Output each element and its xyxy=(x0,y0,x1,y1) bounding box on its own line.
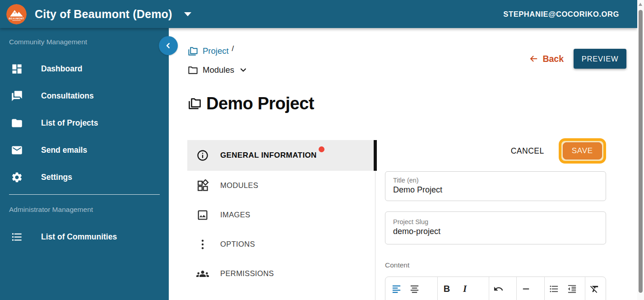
gear-icon xyxy=(11,171,23,183)
community-logo: BEAUMONT xyxy=(6,4,27,24)
align-center-button[interactable] xyxy=(405,281,423,296)
bulleted-list-icon xyxy=(11,231,23,243)
consultations-chat-icon xyxy=(11,90,23,102)
bold-button[interactable]: B xyxy=(438,281,456,296)
arrow-left-icon xyxy=(528,54,538,64)
community-switcher-caret-icon[interactable] xyxy=(184,12,191,16)
back-button-label: Back xyxy=(542,54,564,64)
image-icon xyxy=(196,209,209,221)
indent-decrease-button[interactable] xyxy=(563,281,581,296)
breadcrumb-parent-label: Project xyxy=(203,46,229,56)
sidebar-collapse-button[interactable] xyxy=(159,36,178,55)
clear-formatting-button[interactable] xyxy=(585,281,603,296)
sidebar-item-send-emails[interactable]: Send emails xyxy=(0,136,169,164)
notification-dot xyxy=(319,146,324,152)
sidebar-item-label: Consultations xyxy=(41,91,94,101)
breadcrumb-modules-dropdown[interactable]: Modules xyxy=(187,63,248,77)
bold-icon: B xyxy=(444,284,450,294)
page-title: Demo Project xyxy=(187,94,314,113)
top-actions: Back PREVIEW xyxy=(528,49,626,69)
preview-button[interactable]: PREVIEW xyxy=(574,49,626,69)
app-window: BEAUMONT City of Beaumont (Demo) STEPHAN… xyxy=(0,0,644,300)
logo-text: BEAUMONT xyxy=(9,17,24,19)
tab-permissions[interactable]: PERMISSIONS xyxy=(187,259,375,288)
vertical-scrollbar[interactable] xyxy=(637,0,644,300)
tab-label: MODULES xyxy=(220,181,258,190)
breadcrumb-current-label: Modules xyxy=(203,65,234,75)
sidebar-item-label: Send emails xyxy=(41,145,87,155)
horizontal-rule-icon xyxy=(521,284,531,294)
sidebar-item-list-of-projects[interactable]: List of Projects xyxy=(0,109,169,136)
sidebar-item-label: List of Projects xyxy=(41,118,98,128)
align-left-button[interactable] xyxy=(387,281,405,296)
people-group-icon xyxy=(196,267,209,280)
sidebar-item-label: List of Communities xyxy=(41,232,117,242)
sidebar-item-label: Dashboard xyxy=(41,64,82,74)
sidebar-section-community-management: Community Management xyxy=(9,38,169,46)
tab-general-information[interactable]: GENERAL INFORMATION xyxy=(187,140,375,171)
breadcrumb-project-link[interactable]: Project / xyxy=(187,44,248,58)
sidebar-item-settings[interactable]: Settings xyxy=(0,164,169,191)
chevron-left-icon xyxy=(164,41,173,50)
horizontal-rule-button[interactable] xyxy=(517,281,535,296)
clear-formatting-icon xyxy=(589,284,600,294)
back-button[interactable]: Back xyxy=(528,54,564,64)
sidebar-item-consultations[interactable]: Consultations xyxy=(0,82,169,109)
tab-images[interactable]: IMAGES xyxy=(187,200,375,230)
italic-icon: I xyxy=(463,283,467,295)
sidebar-item-list-of-communities[interactable]: List of Communities xyxy=(0,223,169,250)
project-slug-field: Project Slug xyxy=(385,211,606,244)
sidebar-section-administrator-management: Administrator Management xyxy=(9,206,169,214)
folder-icon xyxy=(11,117,23,129)
widgets-icon xyxy=(196,179,209,192)
info-icon xyxy=(196,149,209,162)
cancel-button[interactable]: CANCEL xyxy=(511,146,544,156)
field-label: Title (en) xyxy=(393,177,598,184)
tab-label: PERMISSIONS xyxy=(220,269,274,278)
tab-options[interactable]: OPTIONS xyxy=(187,230,375,259)
save-button[interactable]: SAVE xyxy=(563,142,602,159)
align-center-icon xyxy=(409,284,420,294)
form-actions: CANCEL SAVE xyxy=(385,137,606,165)
tab-label: OPTIONS xyxy=(220,240,255,248)
settings-tab-list: GENERAL INFORMATION MODULES xyxy=(187,140,375,300)
tab-label: IMAGES xyxy=(220,211,250,219)
breadcrumb-separator: / xyxy=(232,44,234,53)
scrollbar-thumb[interactable] xyxy=(639,10,643,293)
main-content: Project / Modules xyxy=(169,28,637,300)
dashboard-icon xyxy=(11,63,23,75)
sidebar-divider xyxy=(9,194,160,195)
breadcrumb: Project / Modules xyxy=(187,44,248,82)
save-button-highlight-ring: SAVE xyxy=(559,138,606,164)
sidebar: Community Management Dashboard Consultat… xyxy=(0,28,169,300)
sidebar-item-dashboard[interactable]: Dashboard xyxy=(0,55,169,82)
kebab-dots-icon xyxy=(196,238,209,251)
community-name[interactable]: City of Beaumont (Demo) xyxy=(35,8,172,21)
italic-button[interactable]: I xyxy=(456,281,474,296)
field-label: Project Slug xyxy=(393,218,598,225)
project-slug-input[interactable] xyxy=(393,227,598,236)
tab-modules[interactable]: MODULES xyxy=(187,171,375,200)
scrollbar-up-arrow-icon[interactable] xyxy=(639,3,642,6)
title-field: Title (en) xyxy=(385,171,606,201)
folder-copy-icon xyxy=(187,96,202,111)
bullet-list-button[interactable] xyxy=(545,281,563,296)
page-title-text: Demo Project xyxy=(206,94,314,113)
folder-copy-icon xyxy=(187,46,199,57)
bullet-list-icon xyxy=(549,284,559,294)
chevron-down-icon xyxy=(239,66,248,75)
envelope-icon xyxy=(11,144,23,156)
rich-text-toolbar: B I xyxy=(385,277,606,300)
tab-label: GENERAL INFORMATION xyxy=(220,151,317,160)
undo-button[interactable] xyxy=(489,281,507,296)
sidebar-item-label: Settings xyxy=(41,173,72,182)
folder-outline-icon xyxy=(187,65,199,76)
align-left-icon xyxy=(391,284,402,294)
content-field-label: Content xyxy=(385,261,409,269)
indent-decrease-icon xyxy=(567,284,577,294)
user-email[interactable]: STEPHANIE@COCORIKO.ORG xyxy=(503,10,619,19)
undo-icon xyxy=(493,284,504,294)
title-input[interactable] xyxy=(393,185,598,195)
app-header: BEAUMONT City of Beaumont (Demo) STEPHAN… xyxy=(0,0,637,28)
